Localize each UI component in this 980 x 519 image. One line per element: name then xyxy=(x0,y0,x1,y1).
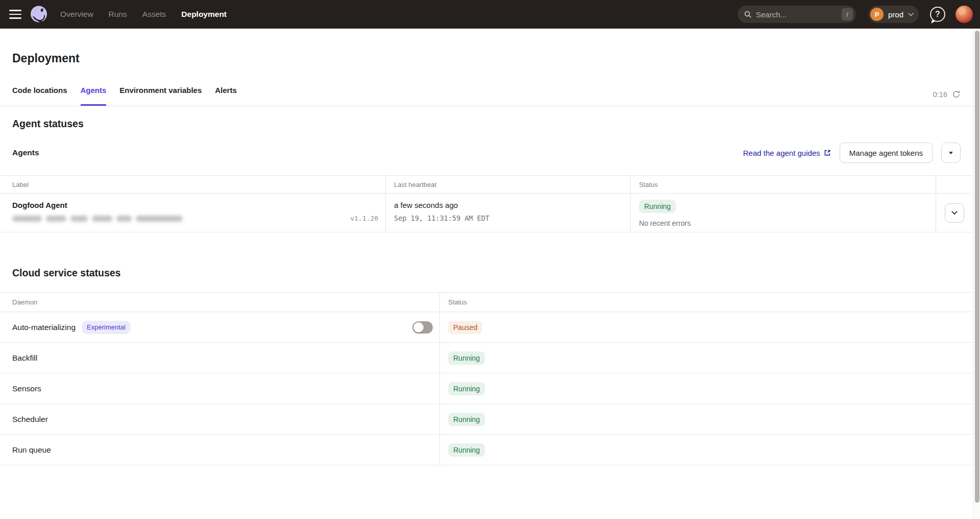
refresh-countdown: 0:16 xyxy=(933,90,947,99)
daemon-status-badge: Running xyxy=(448,443,485,457)
daemon-status-badge: Paused xyxy=(448,321,482,334)
nav-link-deployment[interactable]: Deployment xyxy=(181,10,227,19)
caret-down-icon xyxy=(949,152,953,154)
daemon-row: Scheduler Running xyxy=(0,404,973,435)
agent-guides-link-label: Read the agent guides xyxy=(743,149,820,157)
deployment-switcher[interactable]: P prod xyxy=(868,6,919,23)
column-header-last-heartbeat: Last heartbeat xyxy=(385,176,630,193)
daemon-row: Sensors Running xyxy=(0,373,973,404)
search-shortcut-key: / xyxy=(842,8,853,20)
search-placeholder: Search... xyxy=(756,10,842,19)
experimental-badge: Experimental xyxy=(82,321,131,334)
manage-agent-tokens-button[interactable]: Manage agent tokens xyxy=(840,143,933,163)
scrollbar-thumb[interactable] xyxy=(975,31,979,503)
daemon-status-badge: Running xyxy=(448,351,485,365)
help-button[interactable]: ? xyxy=(930,7,945,22)
nav-link-overview[interactable]: Overview xyxy=(60,10,93,19)
deployment-name: prod xyxy=(888,10,903,19)
agent-id-redacted xyxy=(12,216,183,222)
user-avatar[interactable] xyxy=(955,6,973,23)
chevron-down-icon xyxy=(951,211,958,215)
agent-expand-button[interactable] xyxy=(945,203,964,223)
search-icon xyxy=(744,10,752,18)
tab-environment-variables[interactable]: Environment variables xyxy=(119,82,202,106)
agent-row: Dogfood Agent v1.1.20 a few seconds ago … xyxy=(0,194,973,232)
agents-subheading: Agents xyxy=(12,148,39,157)
dagster-logo[interactable] xyxy=(29,4,49,25)
agents-table: Label Last heartbeat Status Dogfood Agen… xyxy=(0,175,973,232)
agent-actions-dropdown-button[interactable] xyxy=(941,143,961,163)
agent-name: Dogfood Agent xyxy=(12,201,378,209)
agent-guides-link[interactable]: Read the agent guides xyxy=(743,149,831,157)
daemon-name: Backfill xyxy=(12,353,37,363)
tab-code-locations[interactable]: Code locations xyxy=(12,82,67,106)
refresh-icon xyxy=(952,90,961,99)
column-header-status: Status xyxy=(630,176,936,193)
heartbeat-timestamp: Sep 19, 11:31:59 AM EDT xyxy=(394,214,630,222)
daemon-row: Auto-materializing Experimental Paused xyxy=(0,312,973,343)
nav-link-runs[interactable]: Runs xyxy=(109,10,127,19)
column-header-status: Status xyxy=(439,293,973,312)
daemon-row: Run queue Running xyxy=(0,435,973,465)
cloud-service-statuses-heading: Cloud service statuses xyxy=(12,267,961,279)
daemon-name: Scheduler xyxy=(12,415,48,424)
agent-status-badge: Running xyxy=(639,200,676,213)
tab-alerts[interactable]: Alerts xyxy=(215,82,237,106)
top-nav: Overview Runs Assets Deployment Search..… xyxy=(0,0,980,29)
daemon-status-badge: Running xyxy=(448,413,485,426)
daemon-name: Auto-materializing xyxy=(12,323,76,332)
scrollbar[interactable] xyxy=(973,29,980,519)
cloud-services-table: Daemon Status Auto-materializing Experim… xyxy=(0,292,973,465)
menu-icon[interactable] xyxy=(9,10,21,19)
agent-version: v1.1.20 xyxy=(350,215,378,222)
nav-link-assets[interactable]: Assets xyxy=(142,10,166,19)
auto-materializing-toggle[interactable] xyxy=(412,321,433,334)
daemon-row: Backfill Running xyxy=(0,343,973,373)
agent-status-detail: No recent errors xyxy=(639,219,936,227)
column-header-daemon: Daemon xyxy=(0,293,439,312)
daemon-status-badge: Running xyxy=(448,382,485,395)
daemon-name: Sensors xyxy=(12,384,41,393)
chevron-down-icon xyxy=(908,13,914,16)
search-input[interactable]: Search... / xyxy=(738,6,856,23)
column-header-label: Label xyxy=(0,176,385,193)
external-link-icon xyxy=(824,149,831,156)
heartbeat-relative: a few seconds ago xyxy=(394,201,630,209)
primary-nav: Overview Runs Assets Deployment xyxy=(60,10,227,19)
daemon-name: Run queue xyxy=(12,445,51,455)
tab-agents[interactable]: Agents xyxy=(81,82,107,106)
tab-bar: Code locations Agents Environment variab… xyxy=(0,82,973,106)
page-title: Deployment xyxy=(12,51,961,65)
main-content: Deployment Code locations Agents Environ… xyxy=(0,29,973,465)
refresh-button[interactable] xyxy=(952,90,961,99)
agent-statuses-heading: Agent statuses xyxy=(12,117,961,130)
deployment-avatar: P xyxy=(870,8,884,21)
help-icon: ? xyxy=(935,10,940,19)
